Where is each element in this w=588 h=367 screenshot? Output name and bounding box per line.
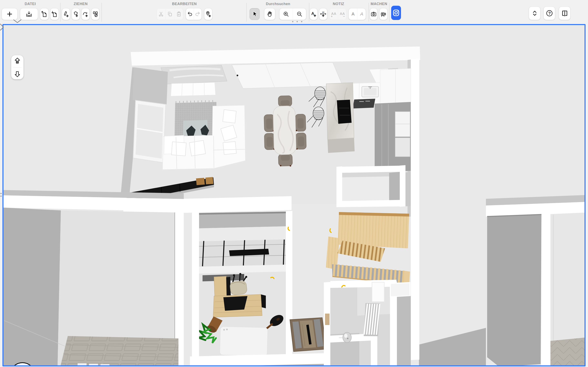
wall[interactable]	[371, 333, 377, 366]
right-wall[interactable]	[411, 59, 419, 360]
paste-button[interactable]	[174, 8, 183, 20]
section-label-notiz: NOTIZ	[333, 2, 344, 6]
wall[interactable]	[286, 211, 292, 360]
dimension-add-icon: 10	[320, 11, 327, 17]
new-project-button[interactable]	[2, 8, 17, 20]
panel-drag-handle[interactable]	[0, 193, 2, 197]
collapse-toolbar-chevron-icon[interactable]	[13, 19, 22, 24]
paved-floor[interactable]	[550, 337, 586, 366]
svg-text:A: A	[311, 11, 314, 16]
door-panel[interactable]	[325, 314, 329, 325]
undo-redo-group	[186, 8, 202, 20]
toolbar: DATEI ZIEHEN BEARBEITEN	[0, 0, 588, 24]
svg-text:?: ?	[548, 11, 551, 16]
viewport-3d[interactable]	[2, 24, 586, 366]
add-room-button[interactable]	[72, 8, 80, 20]
toolbar-separator	[309, 3, 309, 22]
sectional-door-panel[interactable]	[60, 336, 178, 366]
storage-room[interactable]	[337, 165, 411, 207]
wall[interactable]	[192, 212, 199, 360]
bathroom-window[interactable]	[390, 283, 410, 297]
take-photo-button[interactable]	[370, 8, 378, 20]
wood-accent	[205, 177, 213, 184]
section-label-machen: MACHEN	[371, 2, 387, 6]
right-wing-room[interactable]	[486, 195, 586, 366]
kitchen-sink[interactable]	[362, 86, 379, 97]
help-button[interactable]: ?	[544, 7, 555, 20]
text-add-icon: A	[310, 11, 317, 17]
zoom-out-button[interactable]	[293, 8, 306, 20]
flat-wood-door[interactable]	[290, 318, 326, 351]
add-text-button[interactable]: A	[310, 8, 318, 20]
toolbar-expand-button[interactable]	[529, 7, 540, 20]
add-dimension-button[interactable]: 10	[319, 8, 327, 20]
magnet-off-icon	[92, 11, 99, 17]
toolbar-separator	[369, 3, 369, 22]
office-desk[interactable]	[213, 294, 266, 317]
floor-down-icon[interactable]	[14, 70, 21, 78]
bathroom[interactable]	[330, 280, 411, 366]
wall[interactable]	[541, 214, 550, 366]
polyline-add-icon	[82, 11, 89, 17]
redo-icon	[195, 11, 201, 17]
open-sidebar-chevron-icon[interactable]	[0, 23, 4, 31]
white-rug[interactable]	[220, 326, 268, 356]
zoom-group	[279, 8, 306, 20]
select-tool-button[interactable]	[250, 8, 260, 20]
hand-icon	[266, 11, 273, 17]
garage-room[interactable]	[2, 190, 184, 366]
instagram-camera-icon	[391, 6, 401, 20]
scissors-icon	[158, 11, 164, 17]
record-video-button[interactable]	[379, 8, 388, 20]
zoom-in-button[interactable]	[279, 8, 293, 20]
viewpoint-add-icon	[205, 11, 212, 17]
wall-add-icon	[62, 11, 69, 17]
toolbar-separator	[102, 3, 102, 22]
bathroom-door[interactable]	[372, 282, 384, 302]
cut-button[interactable]	[157, 8, 165, 20]
doc-arrow-down-icon	[51, 11, 58, 17]
cooktop[interactable]	[337, 100, 352, 124]
section-label-ziehen: ZIEHEN	[74, 2, 87, 6]
garage-floor-dark[interactable]	[2, 208, 61, 366]
import-document-button[interactable]	[50, 8, 59, 20]
section-label-datei: DATEI	[25, 2, 36, 6]
undo-button[interactable]	[186, 8, 194, 20]
wall[interactable]	[330, 280, 397, 288]
window[interactable]	[133, 67, 168, 163]
export-document-button[interactable]	[40, 8, 49, 20]
clipboard-group	[156, 8, 183, 20]
skylight[interactable]	[161, 65, 227, 84]
sideboard[interactable]	[171, 82, 216, 96]
font-decrease-icon: AA	[339, 11, 346, 17]
kitchen-tall-cabinets[interactable]	[375, 102, 411, 173]
pan-tool-button[interactable]	[264, 8, 275, 20]
kitchen-island[interactable]	[326, 83, 355, 153]
dining-table[interactable]	[273, 106, 296, 155]
font-increase-button[interactable]: AA	[329, 8, 338, 20]
add-viewpoint-button[interactable]	[204, 8, 212, 20]
floor-up-icon[interactable]	[14, 57, 21, 65]
pergola-room[interactable]	[199, 212, 286, 274]
share-button[interactable]	[391, 6, 401, 20]
svg-text:AA: AA	[340, 12, 345, 16]
open-project-button[interactable]	[20, 8, 38, 20]
office-cabinet[interactable]	[214, 276, 231, 298]
font-decrease-button[interactable]: AA	[338, 8, 346, 20]
add-wall-button[interactable]	[62, 8, 70, 20]
hob-counter[interactable]	[353, 99, 375, 108]
office-room[interactable]	[199, 272, 286, 359]
skylight[interactable]	[232, 62, 343, 89]
snap-toggle-button[interactable]	[91, 8, 99, 20]
split-view-button[interactable]	[559, 7, 571, 20]
svg-text:A: A	[351, 11, 355, 17]
redo-button[interactable]	[194, 8, 202, 20]
bold-button[interactable]: A	[349, 8, 357, 20]
add-polyline-button[interactable]	[81, 8, 90, 20]
undo-icon	[187, 11, 193, 17]
svg-text:10: 10	[322, 11, 324, 13]
toolbar-overflow-dots[interactable]: • • •	[292, 20, 303, 23]
italic-button[interactable]: A	[357, 8, 366, 20]
room-add-icon	[72, 11, 79, 17]
copy-button[interactable]	[165, 8, 174, 20]
